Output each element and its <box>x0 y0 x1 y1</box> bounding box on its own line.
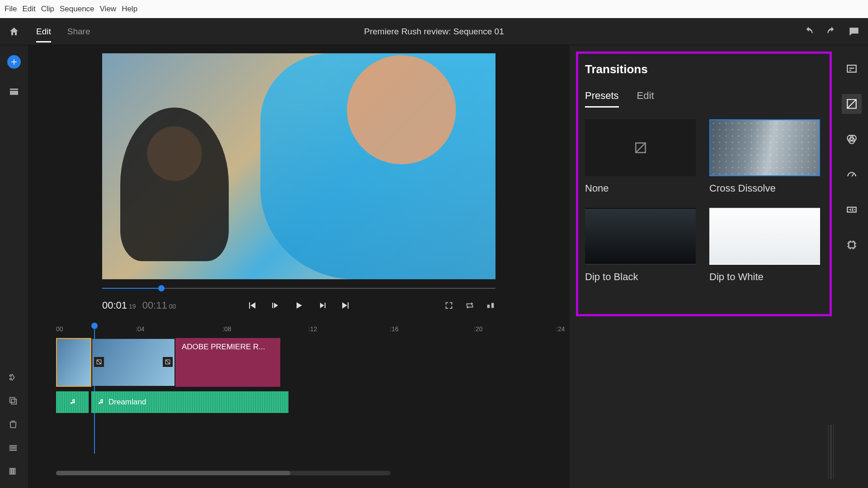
ruler-tick: :20 <box>474 325 482 333</box>
preset-cross-dissolve[interactable]: Cross Dissolve <box>709 119 820 194</box>
color-icon <box>846 133 858 145</box>
menu-clip[interactable]: Clip <box>38 5 57 14</box>
transform-tool[interactable] <box>842 235 862 255</box>
document-title: Premiere Rush review: Sequence 01 <box>364 27 504 37</box>
speed-tool[interactable] <box>842 164 862 184</box>
next-clip-button[interactable] <box>340 300 351 311</box>
preview-scrubber[interactable] <box>102 285 495 292</box>
titles-icon <box>846 63 858 75</box>
speed-icon <box>846 169 858 180</box>
tab-share-label: Share <box>67 27 90 37</box>
audio-clip-label: Dreamland <box>108 398 146 407</box>
preset-dip-to-black[interactable]: Dip to Black <box>585 208 696 283</box>
panel-tab-presets-label: Presets <box>585 90 619 101</box>
transitions-icon <box>846 98 858 110</box>
menu-sequence[interactable]: Sequence <box>57 5 97 14</box>
no-transition-icon <box>633 141 648 155</box>
title-clip-label: ADOBE PREMIERE R... <box>182 343 265 351</box>
duplicate-icon[interactable] <box>8 396 18 406</box>
title-clip[interactable]: ADOBE PREMIERE R... <box>175 338 280 387</box>
tab-share[interactable]: Share <box>59 18 99 45</box>
step-back-button[interactable] <box>270 300 281 311</box>
ruler-tick: :04 <box>136 325 144 333</box>
audio-clip[interactable] <box>56 391 89 413</box>
menu-edit[interactable]: Edit <box>19 5 38 14</box>
os-menubar: File Edit Clip Sequence View Help <box>0 0 868 18</box>
transition-out-badge[interactable] <box>163 357 173 367</box>
clip-thumb <box>92 339 175 386</box>
transitions-panel: Transitions Presets Edit None Cross Diss… <box>570 45 835 488</box>
menu-view[interactable]: View <box>97 5 119 14</box>
preset-thumb <box>709 208 820 265</box>
project-icon <box>9 86 19 97</box>
menu-file[interactable]: File <box>2 5 19 14</box>
home-button[interactable] <box>0 26 28 37</box>
plus-icon <box>10 58 18 66</box>
panel-tab-edit-label: Edit <box>637 90 654 101</box>
preset-label: Cross Dissolve <box>709 183 820 194</box>
fullscreen-button[interactable] <box>444 300 454 310</box>
loop-button[interactable] <box>465 300 475 310</box>
transitions-tool[interactable] <box>842 94 862 114</box>
note-icon <box>97 399 104 406</box>
play-button[interactable] <box>293 300 304 311</box>
home-icon <box>9 26 19 37</box>
tab-edit-label: Edit <box>36 27 51 37</box>
audio-tool[interactable] <box>842 200 862 220</box>
transition-in-badge[interactable] <box>94 357 104 367</box>
prev-clip-button[interactable] <box>246 300 257 311</box>
hscroll-thumb[interactable] <box>56 471 290 475</box>
timecode-duration: 00:11 <box>142 300 167 311</box>
timecode-current: 00:01 <box>102 300 127 311</box>
audio-clip[interactable]: Dreamland <box>91 391 288 413</box>
comments-icon[interactable] <box>848 26 860 38</box>
note-icon <box>69 399 76 406</box>
add-media-button[interactable] <box>6 54 22 70</box>
titles-tool[interactable] <box>842 59 862 79</box>
preset-none[interactable]: None <box>585 119 696 194</box>
timecode-duration-frames: 00 <box>169 303 176 310</box>
menu-help[interactable]: Help <box>119 5 140 14</box>
ruler-tick: :16 <box>390 325 398 333</box>
timeline-hscroll[interactable] <box>56 471 391 475</box>
playhead[interactable] <box>91 323 98 329</box>
tab-edit[interactable]: Edit <box>28 18 59 45</box>
snap-button[interactable] <box>486 300 495 310</box>
timeline-ruler[interactable]: 00 :04 :08 :12 :16 :20 :24 <box>28 323 570 336</box>
timeline-tools <box>2 372 24 476</box>
preset-label: Dip to White <box>709 271 820 283</box>
timeline[interactable]: ADOBE PREMIERE R... Dreamland <box>28 336 570 488</box>
scrubber-progress <box>102 288 161 289</box>
scrubber-knob[interactable] <box>158 285 165 291</box>
transform-icon <box>846 239 858 251</box>
panel-vscroll[interactable] <box>828 425 834 479</box>
scissors-icon[interactable] <box>8 372 18 382</box>
ruler-tick: :24 <box>556 325 565 333</box>
ruler-tick: :12 <box>308 325 317 333</box>
trash-icon[interactable] <box>8 419 18 429</box>
color-tool[interactable] <box>842 129 862 149</box>
transport-bar: 00:01 19 00:11 00 <box>102 296 495 314</box>
preset-thumb <box>585 119 696 176</box>
video-preview[interactable] <box>102 53 495 279</box>
panel-tab-edit[interactable]: Edit <box>637 90 654 108</box>
clip-thumb <box>57 339 90 386</box>
audio-icon <box>846 204 858 216</box>
tracks-icon[interactable] <box>8 443 18 453</box>
right-toolrail <box>835 45 868 488</box>
step-fwd-button[interactable] <box>317 300 328 311</box>
preset-label: None <box>585 183 696 194</box>
redo-icon[interactable] <box>826 26 837 38</box>
preset-dip-to-white[interactable]: Dip to White <box>709 208 820 283</box>
panel-title: Transitions <box>585 62 820 76</box>
ruler-tick: :08 <box>222 325 231 333</box>
track-height-icon[interactable] <box>8 466 18 476</box>
video-clip[interactable] <box>91 338 175 387</box>
video-clip[interactable] <box>56 338 91 387</box>
preset-thumb <box>585 208 696 265</box>
project-panel-button[interactable] <box>6 84 22 99</box>
panel-tab-presets[interactable]: Presets <box>585 90 619 108</box>
undo-icon[interactable] <box>803 26 815 38</box>
app-header: Edit Share Premiere Rush review: Sequenc… <box>0 18 868 45</box>
ruler-tick: 00 <box>56 325 63 333</box>
